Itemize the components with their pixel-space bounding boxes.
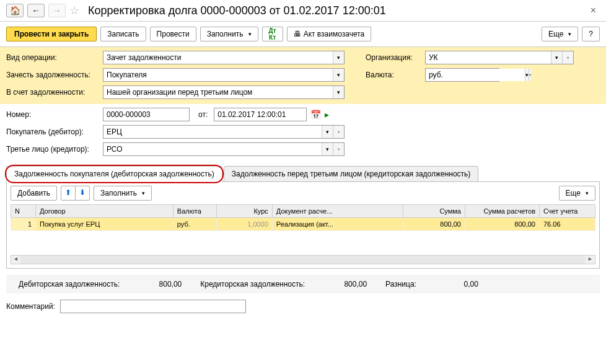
open-icon[interactable]: ▫ — [529, 69, 531, 81]
dropdown-icon[interactable]: ▾ — [333, 51, 344, 64]
move-buttons: ⬆ ⬇ — [61, 186, 90, 201]
buyer-field[interactable]: ▾ ▫ — [103, 125, 345, 139]
third-label: Третье лицо (кредитор): — [6, 145, 99, 154]
third-input[interactable] — [103, 143, 322, 155]
operation-label: Вид операции: — [6, 53, 99, 62]
org-field[interactable]: ▾ ▫ — [425, 51, 574, 64]
col-contract[interactable]: Договор — [36, 205, 173, 218]
help-button[interactable]: ? — [582, 27, 600, 41]
cell-doc[interactable]: Реализация (акт... — [272, 218, 403, 231]
open-icon[interactable]: ▫ — [562, 51, 573, 64]
offset-field[interactable]: ▾ — [103, 68, 345, 82]
debt-table: N Договор Валюта Курс Документ расче... … — [11, 204, 595, 231]
add-button[interactable]: Добавить — [11, 186, 57, 201]
date-input[interactable] — [214, 108, 307, 121]
col-n[interactable]: N — [11, 205, 36, 218]
currency-field[interactable]: ▾ ▫ — [425, 68, 499, 82]
offset-label: Зачесть задолженность: — [6, 71, 99, 79]
cell-sum[interactable]: 800,00 — [403, 218, 465, 231]
fill-table-button[interactable]: Заполнить — [94, 186, 152, 201]
fill-button[interactable]: Заполнить — [200, 27, 258, 41]
open-icon[interactable]: ▫ — [333, 126, 344, 138]
save-button[interactable]: Записать — [100, 27, 146, 41]
operation-field[interactable]: ▾ — [103, 51, 345, 64]
col-currency[interactable]: Валюта — [173, 205, 216, 218]
act-label: Акт взаимозачета — [304, 30, 365, 38]
number-label: Номер: — [6, 110, 99, 119]
star-icon[interactable]: ☆ — [69, 4, 79, 17]
scroll-left-icon[interactable]: ◄ — [11, 256, 20, 264]
org-label: Организация: — [366, 53, 421, 62]
from-label: от: — [198, 110, 208, 119]
summary-bar: Дебиторская задолженность: 800,00 Кредит… — [6, 275, 600, 293]
close-icon[interactable]: × — [587, 5, 600, 16]
col-sum[interactable]: Сумма — [403, 205, 465, 218]
against-label: В счет задолженности: — [6, 88, 99, 97]
cell-rate[interactable]: 1,0000 — [216, 218, 272, 231]
third-field[interactable]: ▾ ▫ — [103, 142, 345, 156]
cell-n[interactable]: 1 — [11, 218, 36, 231]
against-input[interactable] — [103, 86, 333, 98]
cell-account[interactable]: 76.06 — [540, 218, 595, 231]
home-button[interactable]: 🏠 — [6, 4, 24, 17]
debit-sum-label: Дебиторская задолженность: — [19, 280, 120, 288]
tab-debit[interactable]: Задолженность покупателя (дебиторская за… — [6, 166, 222, 182]
org-input[interactable] — [426, 51, 551, 64]
dropdown-icon[interactable]: ▾ — [322, 143, 333, 155]
table-row[interactable]: 1 Покупка услуг ЕРЦ руб. 1,0000 Реализац… — [11, 218, 595, 231]
offset-input[interactable] — [103, 69, 333, 81]
col-account[interactable]: Счет учета — [540, 205, 595, 218]
credit-sum-value: 800,00 — [323, 280, 367, 288]
forward-button[interactable]: → — [48, 4, 66, 17]
tab-content: Добавить ⬆ ⬇ Заполнить Еще N Договор Вал… — [6, 181, 600, 269]
printer-icon: 🖶 — [294, 30, 301, 38]
diff-value: 0,00 — [435, 280, 478, 288]
open-icon[interactable]: ▫ — [333, 143, 344, 155]
dk-button[interactable]: ДтКт — [262, 27, 283, 41]
col-rate[interactable]: Курс — [216, 205, 272, 218]
dropdown-icon[interactable]: ▾ — [333, 69, 344, 81]
more-button[interactable]: Еще — [542, 27, 578, 41]
col-doc[interactable]: Документ расче... — [272, 205, 403, 218]
buyer-input[interactable] — [103, 126, 322, 138]
tab-credit[interactable]: Задолженность перед третьим лицом (креди… — [224, 166, 479, 181]
page-title: Корректировка долга 0000-000003 от 01.02… — [88, 4, 583, 17]
post-and-close-button[interactable]: Провести и закрыть — [6, 27, 97, 41]
dropdown-icon[interactable]: ▾ — [322, 126, 333, 138]
back-button[interactable]: ← — [27, 4, 45, 17]
calendar-icon[interactable]: 📅 — [310, 110, 321, 119]
operation-input[interactable] — [103, 51, 333, 64]
post-button[interactable]: Провести — [150, 27, 196, 41]
debit-credit-icon: ДтКт — [269, 27, 276, 41]
credit-sum-label: Кредиторская задолженность: — [200, 280, 305, 288]
buyer-label: Покупатель (дебитор): — [6, 128, 99, 136]
flag-icon[interactable]: ▸ — [325, 110, 329, 119]
cell-contract[interactable]: Покупка услуг ЕРЦ — [36, 218, 173, 231]
horizontal-scrollbar[interactable]: ◄ ► — [11, 255, 595, 264]
number-input[interactable] — [103, 108, 190, 121]
diff-label: Разница: — [385, 280, 416, 288]
act-button[interactable]: 🖶Акт взаимозачета — [287, 27, 372, 41]
cell-sumcalc[interactable]: 800,00 — [465, 218, 540, 231]
currency-label: Валюта: — [366, 71, 421, 79]
debit-sum-value: 800,00 — [138, 280, 182, 288]
table-more-button[interactable]: Еще — [559, 186, 595, 201]
move-down-icon[interactable]: ⬇ — [76, 186, 89, 200]
currency-input[interactable] — [426, 69, 525, 81]
comment-input[interactable] — [60, 300, 246, 313]
against-field[interactable]: ▾ — [103, 85, 345, 99]
cell-currency[interactable]: руб. — [173, 218, 216, 231]
comment-label: Комментарий: — [6, 302, 55, 311]
scroll-right-icon[interactable]: ► — [586, 256, 595, 264]
dropdown-icon[interactable]: ▾ — [551, 51, 562, 64]
dropdown-icon[interactable]: ▾ — [333, 86, 344, 98]
move-up-icon[interactable]: ⬆ — [61, 186, 76, 200]
col-sumcalc[interactable]: Сумма расчетов — [465, 205, 540, 218]
scroll-track[interactable] — [20, 256, 586, 264]
